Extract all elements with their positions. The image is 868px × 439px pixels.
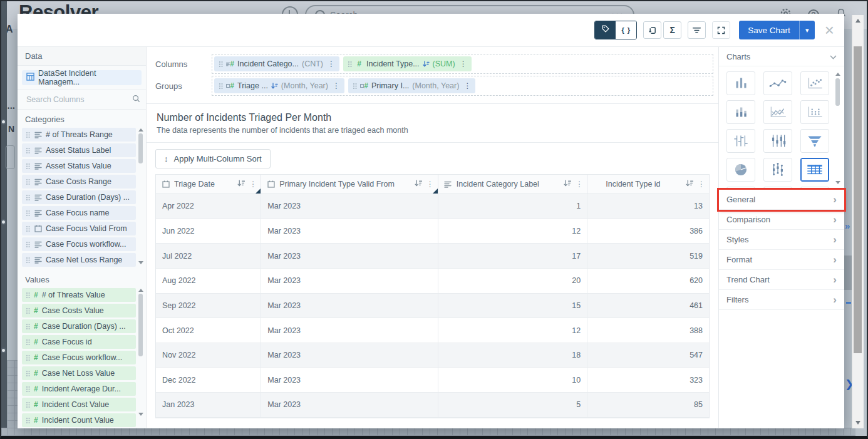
menu-section-item[interactable]: General › bbox=[719, 190, 844, 210]
code-toggle-button[interactable]: { } bbox=[616, 21, 636, 39]
table-column-header[interactable]: Triage Date ⋮ bbox=[156, 175, 261, 194]
scroll-down-arrow[interactable] bbox=[138, 413, 143, 416]
kebab-menu-icon[interactable]: ⋮ bbox=[576, 180, 583, 189]
funnel-chart-tile[interactable] bbox=[800, 129, 829, 153]
kebab-menu-icon[interactable]: ⋮ bbox=[328, 59, 335, 68]
pill-aggregation: (CNT) bbox=[302, 59, 323, 68]
scroll-down-arrow[interactable] bbox=[855, 421, 860, 425]
table-row[interactable]: Sep 2022 Mar 2023 15 461 bbox=[156, 293, 709, 318]
menu-section-item[interactable]: Styles › bbox=[719, 230, 844, 250]
value-item[interactable]: # Case Net Loss Value bbox=[22, 366, 136, 380]
multi-line-chart-tile[interactable] bbox=[763, 100, 792, 124]
column-pill[interactable]: # Incident Type... (SUM) ⋮ bbox=[343, 56, 472, 71]
table-column-header[interactable]: Incident Type id ⋮ bbox=[587, 175, 709, 194]
kebab-menu-icon[interactable]: ⋮ bbox=[249, 180, 257, 189]
scroll-down-arrow[interactable] bbox=[835, 181, 840, 184]
value-item[interactable]: # Case Duration (Days) ... bbox=[22, 319, 136, 333]
table-column-header[interactable]: Primary Incident Type Valid From ⋮ bbox=[261, 175, 438, 194]
table-row[interactable]: Nov 2022 Mar 2023 18 547 bbox=[156, 343, 709, 368]
value-item[interactable]: # Incident Count Value bbox=[22, 413, 136, 427]
category-item[interactable]: Case Focus name bbox=[22, 206, 136, 220]
table-row[interactable]: Apr 2022 Mar 2023 1 13 bbox=[156, 194, 709, 219]
search-columns-input[interactable] bbox=[25, 95, 128, 105]
table-row[interactable]: Jul 2022 Mar 2023 17 519 bbox=[156, 244, 709, 269]
scroll-down-arrow[interactable] bbox=[138, 261, 143, 264]
close-icon[interactable]: × bbox=[825, 24, 834, 36]
kebab-menu-icon[interactable]: ⋮ bbox=[698, 180, 705, 189]
category-item[interactable]: Asset Status Value bbox=[22, 159, 136, 173]
line-chart-tile[interactable] bbox=[763, 71, 792, 95]
scrollbar-thumb[interactable] bbox=[138, 133, 143, 163]
scrollbar-thumb[interactable] bbox=[138, 294, 143, 356]
pivot-button[interactable] bbox=[643, 21, 661, 39]
box-plot-chart-tile[interactable] bbox=[763, 158, 792, 182]
menu-section-item[interactable]: Format › bbox=[719, 250, 844, 270]
value-item[interactable]: # # of Threats Value bbox=[22, 288, 136, 302]
group-pill[interactable]: # Primary I... (Month, Year) ⋮ bbox=[348, 78, 475, 93]
value-item[interactable]: # Incident Cost Value bbox=[22, 398, 136, 411]
scroll-up-arrow[interactable] bbox=[835, 73, 840, 76]
apply-multi-column-sort-button[interactable]: ↕ Apply Multi-Column Sort bbox=[155, 149, 271, 168]
table-row[interactable]: Dec 2022 Mar 2023 10 323 bbox=[156, 368, 709, 393]
category-item[interactable]: # of Threats Range bbox=[22, 128, 136, 142]
value-item[interactable]: # Incident Average Dur... bbox=[22, 382, 136, 396]
kebab-menu-icon[interactable]: ⋮ bbox=[333, 81, 340, 90]
scroll-up-arrow[interactable] bbox=[138, 289, 143, 292]
value-item[interactable]: # Case Costs Value bbox=[22, 304, 136, 318]
filter-sort-button[interactable] bbox=[688, 21, 706, 39]
stacked-column-chart-tile[interactable] bbox=[726, 100, 755, 124]
scroll-up-arrow[interactable] bbox=[138, 128, 143, 132]
category-item[interactable]: Case Costs Range bbox=[22, 175, 136, 189]
category-item[interactable]: Case Net Loss Range bbox=[22, 253, 136, 267]
scatter-chart-tile[interactable] bbox=[800, 71, 829, 95]
pie-chart-tile[interactable] bbox=[726, 158, 755, 182]
menu-section-item[interactable]: Comparison › bbox=[719, 210, 844, 230]
chart-tile-partial[interactable] bbox=[726, 187, 755, 189]
chart-tile-partial[interactable] bbox=[800, 187, 829, 189]
dot-column-chart-tile[interactable] bbox=[800, 100, 829, 124]
scroll-up-arrow[interactable] bbox=[855, 19, 860, 23]
kebab-menu-icon[interactable]: ⋮ bbox=[460, 59, 467, 68]
columns-dropzone[interactable]: # Incident Catego... (CNT) ⋮ bbox=[212, 54, 713, 74]
kebab-menu-icon[interactable]: ⋮ bbox=[463, 81, 471, 90]
kebab-menu-icon[interactable]: ⋮ bbox=[426, 180, 434, 189]
scrollbar-thumb[interactable] bbox=[854, 46, 862, 353]
candlestick-chart-tile[interactable] bbox=[726, 129, 755, 153]
dataset-item[interactable]: DataSet Incident Managem... bbox=[22, 70, 142, 85]
save-chart-dropdown-caret[interactable]: ▾ bbox=[799, 21, 815, 39]
table-column-header[interactable]: Incident Category Label ⋮ bbox=[438, 175, 587, 194]
chevron-down-icon[interactable] bbox=[830, 52, 837, 61]
category-item[interactable]: Asset Status Label bbox=[22, 143, 136, 157]
column-pill[interactable]: # Incident Catego... (CNT) ⋮ bbox=[214, 56, 339, 71]
menu-section-item[interactable]: Trend Chart › bbox=[719, 270, 844, 290]
sort-icon[interactable] bbox=[237, 180, 245, 189]
category-item[interactable]: Case Focus Valid From bbox=[22, 222, 136, 235]
ohlc-chart-tile[interactable] bbox=[763, 129, 792, 153]
table-row[interactable]: Oct 2022 Mar 2023 12 388 bbox=[156, 318, 709, 343]
table-row[interactable]: Jun 2022 Mar 2023 12 386 bbox=[156, 219, 709, 244]
save-chart-button[interactable]: Save Chart bbox=[739, 21, 799, 39]
scrollbar-thumb[interactable] bbox=[835, 78, 840, 106]
category-item[interactable]: Case Focus workflow... bbox=[22, 237, 136, 251]
chart-tile-partial[interactable] bbox=[763, 187, 792, 189]
bar-chart-tile[interactable] bbox=[726, 71, 755, 95]
value-item[interactable]: # Case Focus workflow... bbox=[22, 351, 136, 364]
group-pill[interactable]: # Triage ... (Month, Year) ⋮ bbox=[214, 78, 344, 93]
sort-icon[interactable] bbox=[686, 180, 693, 189]
values-scrollbar[interactable] bbox=[138, 289, 143, 425]
charts-scrollbar[interactable] bbox=[835, 73, 840, 184]
value-item[interactable]: # Case Focus id bbox=[22, 335, 136, 349]
categories-scrollbar[interactable] bbox=[138, 128, 143, 264]
table-row[interactable]: Jan 2023 Mar 2023 5 85 bbox=[156, 393, 709, 418]
sort-icon[interactable] bbox=[564, 180, 571, 189]
category-item[interactable]: Case Duration (Days) ... bbox=[22, 190, 136, 204]
sigma-button[interactable]: Σ bbox=[663, 21, 681, 39]
menu-section-item[interactable]: Filters › bbox=[719, 290, 844, 310]
tag-toggle-button[interactable] bbox=[595, 21, 616, 39]
table-chart-tile[interactable] bbox=[800, 158, 829, 182]
sort-icon[interactable] bbox=[415, 180, 422, 189]
table-row[interactable]: Aug 2022 Mar 2023 20 620 bbox=[156, 268, 709, 293]
groups-dropzone[interactable]: # Triage ... (Month, Year) ⋮ bbox=[212, 76, 713, 96]
page-scrollbar[interactable] bbox=[852, 15, 864, 428]
fullscreen-button[interactable] bbox=[712, 21, 730, 39]
